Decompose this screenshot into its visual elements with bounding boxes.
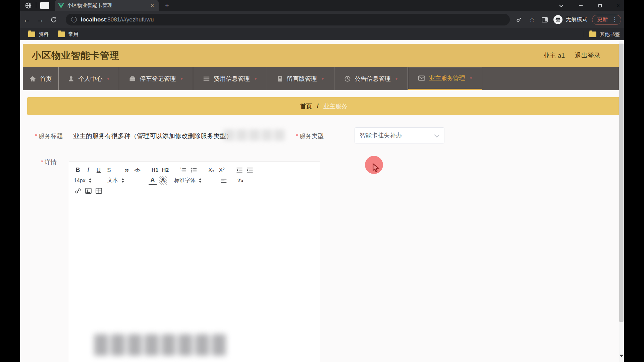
scrollbar-thumb[interactable] — [619, 44, 624, 322]
bold-button[interactable]: B — [74, 166, 82, 175]
nav-item-home[interactable]: 首页 — [23, 67, 59, 90]
browser-toolbar: ← → i localhost:8081/#/yezhufuwu ☆ 无痕模式 … — [20, 11, 624, 28]
folder-icon — [28, 32, 35, 37]
italic-button[interactable]: I — [84, 166, 92, 175]
clear-format-button[interactable]: Tx — [236, 176, 245, 185]
nav-label: 费用信息管理 — [214, 75, 250, 83]
paragraph-format-select[interactable]: 文本 — [107, 177, 141, 184]
incognito-avatar-icon[interactable] — [553, 15, 562, 24]
updown-icon — [121, 178, 124, 183]
chevron-down-icon: ▾ — [255, 76, 257, 81]
nav-item-personal-center[interactable]: 个人中心 ▾ — [59, 67, 119, 90]
other-bookmarks-label: 其他书签 — [600, 31, 620, 38]
other-bookmarks[interactable]: 其他书签 — [583, 31, 620, 38]
breadcrumb-current-link[interactable]: 业主服务 — [323, 102, 347, 110]
active-tab[interactable]: 小区物业智能卡管理 × — [55, 0, 159, 11]
browser-window: 小区物业智能卡管理 × + × ← → i localhost:8081/#/y… — [20, 0, 624, 362]
insert-video-button[interactable] — [95, 187, 103, 195]
underline-button[interactable]: U — [95, 166, 103, 175]
service-title-field[interactable]: 业主的服务有很多种（管理可以添加修改删除服务类型） — [73, 132, 232, 140]
background-color-button[interactable]: A — [159, 176, 167, 185]
redacted-blur — [224, 129, 285, 141]
update-button[interactable]: 更新 ⋮ — [592, 15, 621, 25]
menu-icon — [203, 76, 210, 81]
tab-title: 小区物业智能卡管理 — [67, 2, 149, 9]
rich-text-editor: B I U S ” </> H1 H2 12 — [69, 162, 320, 362]
breadcrumb-home-link[interactable]: 首页 — [300, 102, 312, 110]
service-type-label: *服务类型 — [296, 132, 324, 140]
blockquote-button[interactable]: ” — [123, 166, 131, 175]
font-size-select[interactable]: 14px — [74, 178, 107, 184]
forward-button[interactable]: → — [34, 15, 47, 24]
redacted-blur-text — [94, 334, 226, 356]
new-tab-button[interactable]: + — [163, 1, 171, 9]
password-key-icon[interactable] — [515, 16, 523, 24]
insert-link-button[interactable] — [74, 187, 82, 195]
briefcase-icon — [129, 76, 136, 82]
browser-menu-icon[interactable]: ⋮ — [610, 16, 619, 23]
bookmark-folder-2[interactable]: 常用 — [58, 31, 78, 38]
insert-image-button[interactable] — [84, 187, 92, 195]
nav-item-owner-services[interactable]: 业主服务管理 ▾ — [408, 67, 482, 90]
subscript-button[interactable]: X₂ — [207, 166, 215, 175]
scrollbar-down-arrow-icon[interactable] — [620, 355, 624, 357]
heading2-button[interactable]: H2 — [161, 166, 169, 175]
service-type-value: 智能卡挂失补办 — [360, 131, 436, 139]
bookmarks-bar: 资料 常用 其他书签 — [20, 28, 624, 40]
current-user-link[interactable]: 业主 a1 — [543, 51, 565, 60]
back-button[interactable]: ← — [20, 15, 34, 24]
nav-label: 停车登记管理 — [140, 75, 176, 83]
window-close-button[interactable]: × — [611, 0, 625, 11]
bookmark-folder-1[interactable]: 资料 — [28, 31, 49, 38]
side-panel-icon[interactable] — [541, 16, 549, 24]
superscript-button[interactable]: X² — [218, 166, 226, 175]
text-color-button[interactable]: A — [149, 176, 157, 185]
font-family-select[interactable]: 标准字体 — [174, 177, 211, 184]
nav-item-announcements[interactable]: 公告信息管理 ▾ — [334, 67, 408, 90]
align-button[interactable] — [220, 176, 228, 185]
code-block-button[interactable]: </> — [133, 166, 141, 175]
nav-label: 首页 — [40, 75, 52, 83]
logout-link[interactable]: 退出登录 — [575, 51, 600, 60]
chevron-down-icon: ▾ — [107, 76, 109, 81]
globe-icon[interactable] — [25, 2, 32, 9]
required-marker: * — [41, 159, 43, 166]
nav-item-parking[interactable]: 停车登记管理 ▾ — [119, 67, 193, 90]
address-bar[interactable]: i localhost:8081/#/yezhufuwu — [66, 14, 510, 25]
outdent-button[interactable] — [235, 166, 244, 175]
service-type-select[interactable]: 智能卡挂失补办 — [355, 127, 444, 143]
updown-icon — [199, 178, 202, 183]
tab-search-icon[interactable] — [554, 0, 569, 11]
mail-icon — [418, 75, 425, 81]
detail-label: *详情 — [41, 158, 57, 166]
indent-button[interactable] — [246, 166, 254, 175]
editor-content[interactable] — [69, 199, 320, 362]
updown-icon — [89, 178, 92, 183]
bookmark-label: 资料 — [39, 31, 49, 38]
heading1-button[interactable]: H1 — [151, 166, 159, 175]
ordered-list-button[interactable]: 12 — [179, 166, 187, 175]
page-scrollbar[interactable] — [619, 40, 624, 362]
incognito-label: 无痕模式 — [566, 16, 587, 23]
editor-toolbar: B I U S ” </> H1 H2 12 — [69, 162, 320, 199]
nav-item-fees[interactable]: 费用信息管理 ▾ — [193, 67, 267, 90]
nav-label: 留言版管理 — [287, 75, 317, 83]
svg-text:2: 2 — [180, 169, 181, 172]
nav-item-message-board[interactable]: 留言版管理 ▾ — [267, 67, 334, 90]
url-path: :8081/#/yezhufuwu — [106, 16, 154, 23]
chevron-down-icon: ▾ — [395, 76, 397, 81]
bookmark-star-icon[interactable]: ☆ — [528, 16, 536, 24]
site-info-icon[interactable]: i — [71, 17, 77, 22]
minimize-button[interactable] — [574, 0, 588, 11]
nav-label: 公告信息管理 — [355, 75, 391, 83]
toolbar-right: ☆ 无痕模式 更新 ⋮ — [515, 11, 624, 28]
reload-button[interactable] — [47, 16, 60, 23]
pinned-tab-icon[interactable] — [40, 2, 49, 9]
maximize-button[interactable] — [593, 0, 607, 11]
page-content: 小区物业智能卡管理 业主 a1 退出登录 首页 个人中心 ▾ — [20, 40, 624, 362]
breadcrumb-separator: / — [317, 103, 319, 110]
home-icon — [30, 76, 36, 82]
bullet-list-button[interactable] — [190, 166, 198, 175]
tab-close-icon[interactable]: × — [149, 2, 155, 9]
strikethrough-button[interactable]: S — [105, 166, 113, 175]
